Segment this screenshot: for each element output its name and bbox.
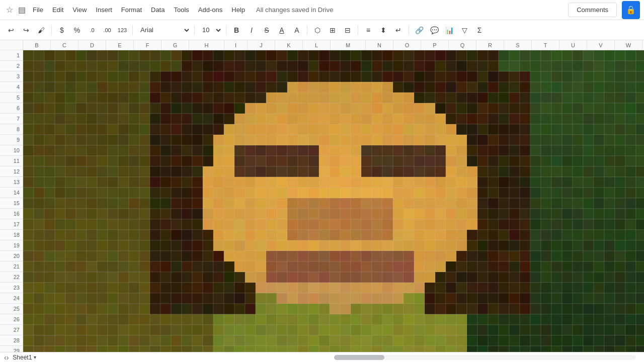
comment-button[interactable]: 💬 xyxy=(427,23,441,37)
col-header-K[interactable]: K xyxy=(275,40,303,50)
col-header-W[interactable]: W xyxy=(615,40,642,50)
row-num-2[interactable]: 2 xyxy=(0,61,23,71)
menu-tools[interactable]: Tools xyxy=(170,4,193,16)
row-num-24[interactable]: 24 xyxy=(0,293,23,304)
row-num-8[interactable]: 8 xyxy=(0,124,23,135)
menu-view[interactable]: View xyxy=(68,4,91,16)
row-num-9[interactable]: 9 xyxy=(0,135,23,145)
col-header-N[interactable]: N xyxy=(366,40,393,50)
sheet-tab-dropdown[interactable]: ▾ xyxy=(34,354,36,360)
merge-button[interactable]: ⊟ xyxy=(341,23,355,37)
comments-button[interactable]: Comments xyxy=(568,3,617,17)
folder-icon[interactable]: ▤ xyxy=(16,3,28,17)
menu-data[interactable]: Data xyxy=(147,4,169,16)
row-header-spacer xyxy=(0,40,23,50)
toolbar-separator-2 xyxy=(132,25,133,35)
format-123-button[interactable]: 123 xyxy=(115,23,129,37)
share-lock-button[interactable]: 🔒 xyxy=(622,1,640,19)
row-num-13[interactable]: 13 xyxy=(0,177,23,188)
row-num-20[interactable]: 20 xyxy=(0,251,23,261)
font-select[interactable]: Arial xyxy=(136,24,191,37)
row-num-26[interactable]: 26 xyxy=(0,314,23,325)
bold-button[interactable]: B xyxy=(229,23,244,37)
row-num-29[interactable]: 29 xyxy=(0,346,23,352)
row-num-16[interactable]: 16 xyxy=(0,209,23,219)
col-header-L[interactable]: L xyxy=(303,40,331,50)
row-num-25[interactable]: 25 xyxy=(0,304,23,314)
borders-button[interactable]: ⊞ xyxy=(326,23,340,37)
col-header-H[interactable]: H xyxy=(189,40,224,50)
col-header-P[interactable]: P xyxy=(421,40,449,50)
undo-button[interactable]: ↩ xyxy=(4,23,18,37)
col-header-U[interactable]: U xyxy=(559,40,587,50)
toolbar-separator-5 xyxy=(307,25,307,35)
redo-button[interactable]: ↪ xyxy=(19,23,33,37)
col-header-V[interactable]: V xyxy=(587,40,615,50)
chart-button[interactable]: 📊 xyxy=(442,23,456,37)
align-button[interactable]: ≡ xyxy=(361,23,375,37)
function-button[interactable]: Σ xyxy=(472,23,487,37)
row-num-19[interactable]: 19 xyxy=(0,240,23,251)
col-header-R[interactable]: R xyxy=(476,40,504,50)
filter-button[interactable]: ▽ xyxy=(457,23,471,37)
sheet-tab[interactable]: Sheet1 ▾ xyxy=(9,353,40,362)
mona-lisa-canvas xyxy=(23,50,644,352)
col-header-F[interactable]: F xyxy=(134,40,162,50)
font-size-select[interactable]: 10 xyxy=(198,24,223,37)
col-header-M[interactable]: M xyxy=(331,40,366,50)
col-header-G[interactable]: G xyxy=(162,40,189,50)
row-num-27[interactable]: 27 xyxy=(0,325,23,335)
row-num-1[interactable]: 1 xyxy=(0,50,23,61)
row-num-18[interactable]: 18 xyxy=(0,230,23,240)
link-button[interactable]: 🔗 xyxy=(412,23,426,37)
underline-button[interactable]: A xyxy=(275,23,289,37)
strikethrough-button[interactable]: S xyxy=(260,23,274,37)
menu-help[interactable]: Help xyxy=(227,4,249,16)
col-header-T[interactable]: T xyxy=(532,40,559,50)
row-num-7[interactable]: 7 xyxy=(0,114,23,124)
row-num-28[interactable]: 28 xyxy=(0,335,23,346)
decimal-increase-button[interactable]: .00 xyxy=(100,23,114,37)
decimal-decrease-button[interactable]: .0 xyxy=(85,23,99,37)
scroll-area[interactable] xyxy=(334,355,636,360)
col-header-O[interactable]: O xyxy=(393,40,421,50)
fill-color-button[interactable]: ⬡ xyxy=(310,23,325,37)
valign-button[interactable]: ⬍ xyxy=(376,23,390,37)
paint-format-button[interactable]: 🖌 xyxy=(34,23,48,37)
col-header-C[interactable]: C xyxy=(51,40,78,50)
menu-insert[interactable]: Insert xyxy=(92,4,116,16)
row-num-21[interactable]: 21 xyxy=(0,261,23,272)
italic-button[interactable]: I xyxy=(245,23,259,37)
row-num-5[interactable]: 5 xyxy=(0,93,23,103)
text-color-button[interactable]: A xyxy=(290,23,304,37)
star-icon[interactable]: ☆ xyxy=(4,3,15,17)
col-header-D[interactable]: D xyxy=(78,40,106,50)
col-header-J[interactable]: J xyxy=(248,40,275,50)
row-num-6[interactable]: 6 xyxy=(0,103,23,114)
row-num-10[interactable]: 10 xyxy=(0,145,23,156)
row-num-12[interactable]: 12 xyxy=(0,166,23,177)
saved-status: All changes saved in Drive xyxy=(256,6,333,14)
currency-button[interactable]: $ xyxy=(55,23,69,37)
row-num-15[interactable]: 15 xyxy=(0,198,23,209)
row-num-11[interactable]: 11 xyxy=(0,156,23,166)
menu-bar: ☆ ▤ File Edit View Insert Format Data To… xyxy=(0,0,644,20)
col-header-Q[interactable]: Q xyxy=(449,40,476,50)
menu-file[interactable]: File xyxy=(29,4,47,16)
row-num-14[interactable]: 14 xyxy=(0,188,23,198)
percent-button[interactable]: % xyxy=(70,23,84,37)
row-num-3[interactable]: 3 xyxy=(0,71,23,82)
col-header-S[interactable]: S xyxy=(504,40,532,50)
wrap-button[interactable]: ↵ xyxy=(391,23,406,37)
menu-edit[interactable]: Edit xyxy=(48,4,67,16)
row-num-17[interactable]: 17 xyxy=(0,219,23,230)
toolbar-separator-4 xyxy=(226,25,226,35)
menu-addons[interactable]: Add-ons xyxy=(194,4,226,16)
col-header-B[interactable]: B xyxy=(23,40,51,50)
row-num-22[interactable]: 22 xyxy=(0,272,23,283)
menu-format[interactable]: Format xyxy=(117,4,146,16)
col-header-I[interactable]: I xyxy=(224,40,248,50)
row-num-23[interactable]: 23 xyxy=(0,283,23,293)
row-num-4[interactable]: 4 xyxy=(0,82,23,93)
col-header-E[interactable]: E xyxy=(106,40,134,50)
